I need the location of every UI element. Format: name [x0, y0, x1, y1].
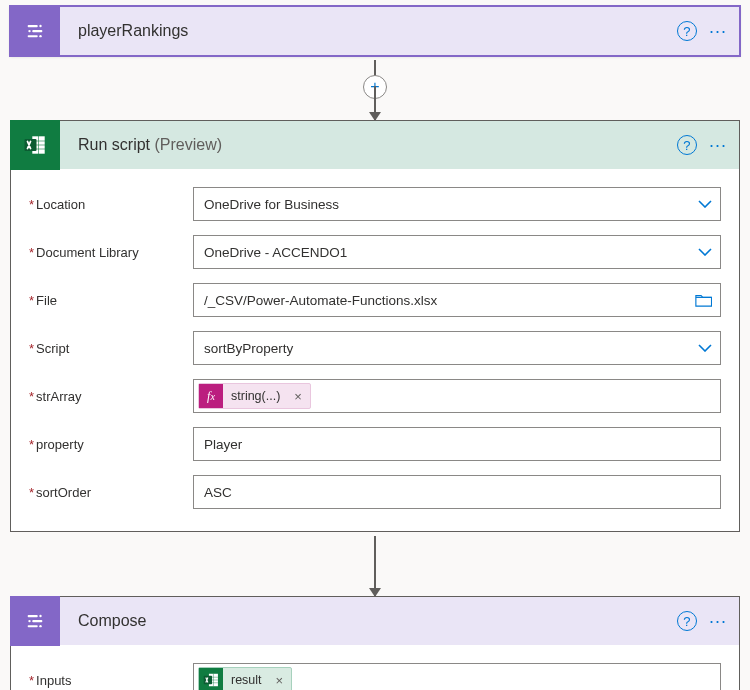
more-menu-icon[interactable]: ···: [705, 611, 731, 632]
svg-rect-1: [32, 30, 42, 32]
flow-connector-arrow: [10, 86, 740, 120]
more-menu-icon[interactable]: ···: [705, 135, 731, 156]
excel-chip-icon: [199, 668, 223, 690]
help-icon[interactable]: ?: [677, 135, 697, 155]
doclib-label: Document Library: [29, 245, 193, 260]
svg-point-17: [28, 620, 30, 622]
folder-picker-icon[interactable]: [695, 292, 712, 308]
flow-connector-arrow: [10, 536, 740, 596]
compose-icon: [10, 596, 60, 646]
property-input[interactable]: [193, 427, 721, 461]
location-select[interactable]: OneDrive for Business: [193, 187, 721, 221]
fx-icon: fx: [199, 384, 223, 408]
step-title: Compose: [60, 612, 677, 630]
svg-point-5: [39, 35, 41, 37]
strarray-input[interactable]: fx string(...) ×: [193, 379, 721, 413]
svg-rect-2: [28, 35, 38, 37]
step-compose: Compose ? ··· Inputs: [10, 596, 740, 690]
excel-icon: [10, 120, 60, 170]
help-icon[interactable]: ?: [677, 611, 697, 631]
step-header[interactable]: Compose ? ···: [11, 597, 739, 645]
svg-rect-14: [32, 620, 42, 622]
property-label: property: [29, 437, 193, 452]
help-icon[interactable]: ?: [677, 21, 697, 41]
script-label: Script: [29, 341, 193, 356]
script-select[interactable]: sortByProperty: [193, 331, 721, 365]
location-label: Location: [29, 197, 193, 212]
svg-point-18: [39, 625, 41, 627]
step-header[interactable]: playerRankings ? ···: [11, 7, 739, 55]
step-header[interactable]: Run script (Preview) ? ···: [11, 121, 739, 169]
chevron-down-icon: [698, 344, 712, 352]
sortorder-label: sortOrder: [29, 485, 193, 500]
step-body: Inputs: [11, 645, 739, 690]
doclib-select[interactable]: OneDrive - ACCENDO1: [193, 235, 721, 269]
inputs-field[interactable]: result ×: [193, 663, 721, 690]
chip-remove-icon[interactable]: ×: [286, 389, 310, 404]
svg-point-4: [28, 30, 30, 32]
flow-connector: +: [10, 60, 740, 86]
step-title: playerRankings: [60, 22, 677, 40]
svg-point-3: [39, 25, 41, 27]
svg-point-16: [39, 615, 41, 617]
step-title: Run script (Preview): [60, 136, 677, 154]
expression-chip[interactable]: fx string(...) ×: [198, 383, 311, 409]
inputs-label: Inputs: [29, 673, 193, 688]
svg-rect-24: [204, 676, 212, 684]
dynamic-content-chip[interactable]: result ×: [198, 667, 292, 690]
chip-remove-icon[interactable]: ×: [268, 673, 292, 688]
step-body: Location OneDrive for Business Document …: [11, 169, 739, 531]
more-menu-icon[interactable]: ···: [705, 21, 731, 42]
strarray-label: strArray: [29, 389, 193, 404]
file-input[interactable]: [193, 283, 721, 317]
chevron-down-icon: [698, 248, 712, 256]
svg-rect-0: [28, 25, 38, 27]
file-label: File: [29, 293, 193, 308]
svg-rect-15: [28, 625, 38, 627]
compose-icon: [10, 6, 60, 56]
step-run-script: Run script (Preview) ? ··· Location OneD…: [10, 120, 740, 532]
sortorder-input[interactable]: [193, 475, 721, 509]
step-player-rankings[interactable]: playerRankings ? ···: [10, 6, 740, 56]
chevron-down-icon: [698, 200, 712, 208]
svg-rect-13: [28, 615, 38, 617]
